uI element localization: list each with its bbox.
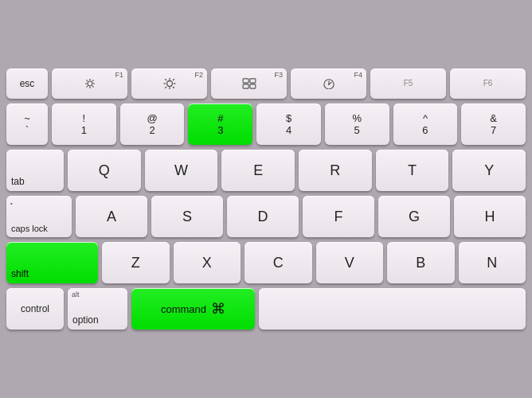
number-key-row: ~ ` ! 1 @ 2 # 3 $ 4 (6, 103, 526, 145)
key-5[interactable]: % 5 (325, 103, 389, 145)
asdf-row: • caps lock A S D F G H (6, 196, 526, 237)
key-c[interactable]: C (244, 242, 312, 283)
key-n[interactable]: N (459, 242, 526, 283)
key-w[interactable]: W (145, 150, 218, 191)
key-v[interactable]: V (316, 242, 384, 283)
f3-label: F3 (274, 72, 283, 79)
key-f4[interactable]: F4 (291, 68, 366, 99)
f4-label: F4 (354, 72, 362, 79)
key-option[interactable]: alt option (68, 288, 127, 330)
keyboard: esc F1 (0, 0, 532, 398)
key-6[interactable]: ^ 6 (393, 103, 458, 145)
svg-rect-20 (243, 84, 248, 88)
svg-line-16 (165, 87, 166, 88)
qwerty-row: tab Q W E R T Y (6, 150, 526, 191)
function-key-row: esc F1 (6, 68, 526, 99)
key-f3[interactable]: F3 (211, 68, 287, 99)
key-f5[interactable]: F5 (370, 68, 446, 99)
svg-point-9 (166, 81, 172, 87)
key-d[interactable]: D (227, 196, 299, 237)
key-f6[interactable]: F6 (450, 68, 526, 99)
f1-label: F1 (115, 72, 123, 79)
key-r[interactable]: R (299, 150, 372, 191)
key-tilde[interactable]: ~ ` (6, 103, 48, 145)
key-h[interactable]: H (454, 196, 526, 237)
brightness-down-icon (84, 79, 96, 88)
key-q[interactable]: Q (68, 150, 141, 191)
key-4[interactable]: $ 4 (256, 103, 321, 145)
svg-rect-19 (249, 79, 255, 83)
key-3[interactable]: # 3 (188, 103, 252, 145)
f2-label: F2 (194, 72, 203, 79)
svg-point-25 (327, 84, 329, 85)
key-b[interactable]: B (387, 242, 455, 283)
svg-rect-18 (243, 79, 248, 83)
key-g[interactable]: G (378, 196, 450, 237)
key-command[interactable]: command ⌘ (131, 288, 255, 330)
brightness-up-icon (162, 78, 177, 89)
key-f1[interactable]: F1 (52, 68, 127, 99)
bottom-row: control alt option command ⌘ (6, 288, 526, 330)
svg-line-6 (92, 86, 93, 87)
key-f2[interactable]: F2 (131, 68, 207, 99)
svg-rect-21 (249, 84, 255, 88)
key-1[interactable]: ! 1 (52, 103, 116, 145)
key-control[interactable]: control (6, 288, 64, 330)
key-x[interactable]: X (174, 242, 241, 283)
key-a[interactable]: A (76, 196, 147, 237)
svg-line-5 (86, 80, 87, 81)
key-e[interactable]: E (221, 150, 295, 191)
key-2[interactable]: @ 2 (120, 103, 185, 145)
svg-line-15 (173, 87, 174, 88)
svg-line-8 (92, 80, 93, 81)
mission-control-icon (242, 78, 256, 89)
key-7[interactable]: & 7 (461, 103, 526, 145)
key-shift-left[interactable]: shift (6, 242, 98, 283)
key-s[interactable]: S (151, 196, 223, 237)
key-z[interactable]: Z (102, 242, 170, 283)
key-caps-lock[interactable]: • caps lock (6, 196, 72, 237)
svg-line-7 (86, 86, 87, 87)
key-space[interactable] (259, 288, 526, 330)
svg-line-14 (165, 79, 166, 80)
zxcv-row: shift Z X C V B N (6, 242, 526, 283)
svg-point-0 (88, 81, 92, 86)
svg-line-17 (173, 79, 174, 80)
key-f[interactable]: F (303, 196, 374, 237)
key-y[interactable]: Y (452, 150, 526, 191)
key-tab[interactable]: tab (6, 150, 64, 191)
dashboard-icon (323, 78, 335, 89)
key-esc[interactable]: esc (6, 68, 48, 99)
key-t[interactable]: T (376, 150, 449, 191)
